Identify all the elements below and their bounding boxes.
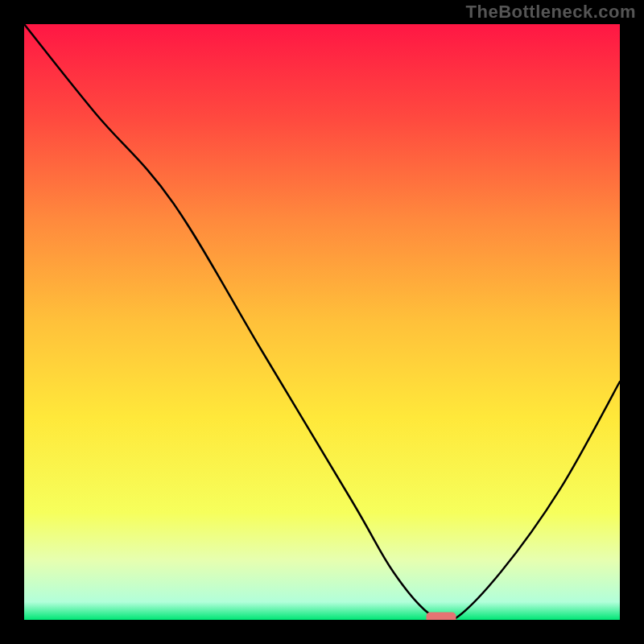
chart-frame: TheBottleneck.com: [0, 0, 644, 644]
selected-point-marker: [427, 613, 456, 620]
watermark-text: TheBottleneck.com: [466, 2, 636, 23]
chart-plot-area: [24, 24, 620, 620]
chart-svg: [24, 24, 620, 620]
chart-background: [24, 24, 620, 620]
